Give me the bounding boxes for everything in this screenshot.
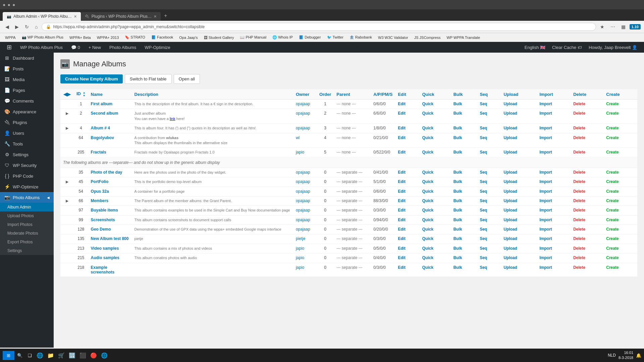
sidebar-sub-moderatephotos[interactable]: Moderate Photos bbox=[0, 229, 54, 238]
bookmark-translate[interactable]: WP WPPA Translate bbox=[445, 35, 482, 40]
action-edit-link[interactable]: Edit bbox=[398, 135, 406, 140]
action-upload-link[interactable]: Upload bbox=[503, 189, 517, 194]
action-delete-link[interactable]: Delete bbox=[573, 135, 585, 140]
action-quick-link[interactable]: Quick bbox=[422, 189, 433, 194]
action-edit-link[interactable]: Edit bbox=[398, 179, 406, 184]
action-create-link[interactable]: Create bbox=[606, 170, 619, 175]
action-create-link[interactable]: Create bbox=[606, 218, 619, 222]
open-all-button[interactable]: Open all bbox=[174, 74, 200, 84]
action-bulk-link[interactable]: Bulk bbox=[453, 135, 462, 140]
album-name-link[interactable]: Video samples bbox=[91, 246, 119, 251]
sidebar-item-posts[interactable]: 📝 Posts bbox=[0, 63, 54, 74]
sidebar-item-wpoptimize[interactable]: ⚡ WP-Optimize bbox=[0, 181, 54, 192]
action-seq-link[interactable]: Seq bbox=[480, 150, 487, 155]
bookmarks-button[interactable]: ★ bbox=[598, 23, 606, 31]
admin-bar-user[interactable]: Howdy, Jaap Breevelt 👤 bbox=[585, 42, 641, 53]
album-name-link[interactable]: Example screenshots bbox=[91, 265, 115, 275]
bookmark-gallery[interactable]: 🖼 Student Gallery bbox=[202, 35, 236, 40]
action-import-link[interactable]: Import bbox=[540, 198, 552, 203]
action-quick-link[interactable]: Quick bbox=[422, 111, 433, 116]
action-quick-link[interactable]: Quick bbox=[422, 150, 433, 155]
admin-bar-wppa[interactable]: ⊞ bbox=[3, 42, 15, 53]
action-import-link[interactable]: Import bbox=[540, 170, 552, 175]
action-import-link[interactable]: Import bbox=[540, 189, 552, 194]
action-delete-link[interactable]: Delete bbox=[573, 236, 585, 241]
action-bulk-link[interactable]: Bulk bbox=[453, 170, 462, 175]
action-quick-link[interactable]: Quick bbox=[422, 227, 433, 232]
action-create-link[interactable]: Create bbox=[606, 135, 619, 140]
admin-bar-language[interactable]: English 🇬🇧 bbox=[521, 42, 549, 53]
action-seq-link[interactable]: Seq bbox=[480, 189, 487, 194]
action-upload-link[interactable]: Upload bbox=[503, 179, 517, 184]
action-seq-link[interactable]: Seq bbox=[480, 227, 487, 232]
action-import-link[interactable]: Import bbox=[540, 126, 552, 130]
new-tab-button[interactable]: + bbox=[161, 11, 170, 21]
album-name-link[interactable]: Buyable items bbox=[91, 208, 118, 213]
action-seq-link[interactable]: Seq bbox=[480, 179, 487, 184]
action-delete-link[interactable]: Delete bbox=[573, 126, 585, 130]
sidebar-item-pages[interactable]: 📄 Pages bbox=[0, 85, 54, 96]
action-import-link[interactable]: Import bbox=[540, 179, 552, 184]
action-edit-link[interactable]: Edit bbox=[398, 198, 406, 203]
sidebar-sub-settings[interactable]: Settings bbox=[0, 246, 54, 255]
action-create-link[interactable]: Create bbox=[606, 198, 619, 203]
home-button[interactable]: ⌂ bbox=[33, 23, 40, 31]
sidebar-sub-importphotos[interactable]: Import Photos bbox=[0, 220, 54, 229]
sidebar-item-media[interactable]: 🖼 Media bbox=[0, 74, 54, 85]
action-delete-link[interactable]: Delete bbox=[573, 208, 585, 213]
action-edit-link[interactable]: Edit bbox=[398, 236, 406, 241]
action-upload-link[interactable]: Upload bbox=[503, 265, 517, 270]
action-delete-link[interactable]: Delete bbox=[573, 189, 585, 194]
bookmark-debugger[interactable]: 📘 Debugger bbox=[297, 35, 322, 40]
action-quick-link[interactable]: Quick bbox=[422, 255, 433, 260]
admin-bar-albums[interactable]: Photo Albums bbox=[106, 42, 140, 53]
action-import-link[interactable]: Import bbox=[540, 218, 552, 222]
action-delete-link[interactable]: Delete bbox=[573, 255, 585, 260]
action-seq-link[interactable]: Seq bbox=[480, 102, 487, 106]
action-import-link[interactable]: Import bbox=[540, 150, 552, 155]
action-create-link[interactable]: Create bbox=[606, 189, 619, 194]
action-edit-link[interactable]: Edit bbox=[398, 111, 406, 116]
album-name-link[interactable]: Photo of the day bbox=[91, 170, 122, 175]
expand-icon[interactable]: ▶ bbox=[66, 199, 68, 203]
album-name-link[interactable]: New Album test 800 bbox=[91, 236, 129, 241]
action-upload-link[interactable]: Upload bbox=[503, 102, 517, 106]
back-button[interactable]: ◀ bbox=[3, 23, 11, 31]
th-id[interactable]: ID ▲▼ bbox=[74, 89, 88, 100]
action-upload-link[interactable]: Upload bbox=[503, 236, 517, 241]
bookmark-w3c[interactable]: W3 W3C Validator bbox=[376, 35, 410, 40]
action-delete-link[interactable]: Delete bbox=[573, 102, 585, 106]
album-name-link[interactable]: Album # 4 bbox=[91, 126, 110, 130]
action-edit-link[interactable]: Edit bbox=[398, 227, 406, 232]
action-bulk-link[interactable]: Bulk bbox=[453, 218, 462, 222]
action-upload-link[interactable]: Upload bbox=[503, 218, 517, 222]
sidebar-item-appearance[interactable]: 🎨 Appearance bbox=[0, 106, 54, 117]
active-tab[interactable]: 📷 Album Admin ‹ WP Photo Albu… ✕ bbox=[3, 12, 81, 21]
action-quick-link[interactable]: Quick bbox=[422, 135, 433, 140]
th-toggle[interactable]: ◀▶ bbox=[60, 89, 74, 100]
sidebar-sub-uploadphotos[interactable]: Upload Photos bbox=[0, 212, 54, 220]
expand-icon[interactable]: ▶ bbox=[66, 180, 68, 184]
action-quick-link[interactable]: Quick bbox=[422, 198, 433, 203]
action-bulk-link[interactable]: Bulk bbox=[453, 208, 462, 213]
bookmark-opajaap[interactable]: Opa Jaap's bbox=[177, 35, 199, 40]
bookmark-facebook[interactable]: 📘 Facebook bbox=[150, 35, 175, 40]
bookmark-wppab[interactable]: 📷 WP Photo Album Plus bbox=[20, 35, 65, 40]
action-bulk-link[interactable]: Bulk bbox=[453, 246, 462, 251]
extensions-button[interactable]: ▦ bbox=[619, 23, 628, 31]
action-bulk-link[interactable]: Bulk bbox=[453, 236, 462, 241]
action-create-link[interactable]: Create bbox=[606, 126, 619, 130]
action-seq-link[interactable]: Seq bbox=[480, 170, 487, 175]
album-name-link[interactable]: Fractals bbox=[91, 150, 106, 155]
action-delete-link[interactable]: Delete bbox=[573, 246, 585, 251]
action-seq-link[interactable]: Seq bbox=[480, 265, 487, 270]
album-name-link[interactable]: Geo Demo bbox=[91, 227, 111, 232]
expand-icon[interactable]: ▶ bbox=[66, 126, 68, 130]
table-toggle-icon[interactable]: ◀▶ bbox=[63, 92, 71, 97]
action-create-link[interactable]: Create bbox=[606, 208, 619, 213]
action-edit-link[interactable]: Edit bbox=[398, 126, 406, 130]
album-name-link[interactable]: First album bbox=[91, 102, 113, 106]
action-upload-link[interactable]: Upload bbox=[503, 227, 517, 232]
action-upload-link[interactable]: Upload bbox=[503, 198, 517, 203]
action-delete-link[interactable]: Delete bbox=[573, 150, 585, 155]
